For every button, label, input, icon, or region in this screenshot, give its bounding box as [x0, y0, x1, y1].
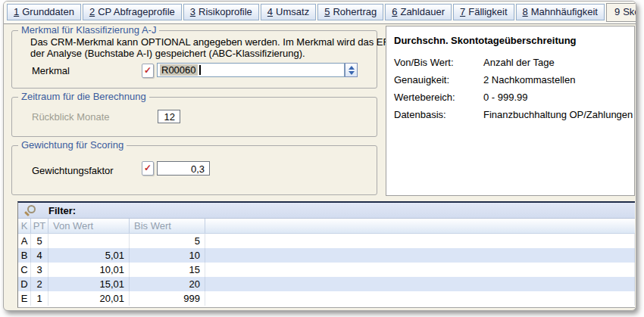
info-value: Finanzbuchhaltung OP/Zahlungen — [483, 109, 633, 120]
table-row-c[interactable]: C 3 10,01 15 — [18, 263, 635, 277]
tab-label: Zahldauer — [400, 6, 445, 17]
table-row-b[interactable]: B 4 5,01 10 — [18, 248, 635, 263]
classification-table-panel: Filter: K PT Von Wert Bis Wert A 5 5 B 4… — [17, 201, 635, 308]
tab-label: Risikoprofile — [199, 6, 252, 17]
tab-skonto[interactable]: 9Skonto — [606, 3, 636, 22]
cell-bis-wert: 15 — [130, 263, 205, 277]
cell-pt: 5 — [31, 234, 48, 248]
column-header-bis-wert[interactable]: Bis Wert — [130, 219, 205, 233]
merkmal-spinner[interactable] — [345, 63, 358, 77]
tab-faelligkeit[interactable]: 7Fälligkeit — [453, 4, 514, 20]
groupbox-title: Zeitraum für die Berechnung — [18, 91, 149, 102]
cell-k: A — [18, 234, 31, 248]
spinner-down-icon[interactable] — [349, 71, 355, 75]
info-label: Genauigkeit: — [394, 71, 483, 89]
tab-label: Fälligkeit — [468, 6, 507, 17]
tab-label: Umsatz — [276, 6, 309, 17]
info-value: 2 Nachkommastellen — [483, 74, 575, 85]
info-value: 0 - 999.99 — [483, 92, 528, 103]
cell-pt: 2 — [31, 277, 48, 291]
tab-umsatz[interactable]: 4Umsatz — [261, 4, 316, 20]
table-row-e[interactable]: E 1 20,01 999 — [18, 291, 635, 306]
cell-bis-wert: 10 — [130, 248, 205, 263]
groupbox-zeitraum-berechnung: Zeitraum für die Berechnung Rückblick Mo… — [11, 97, 377, 137]
cell-von-wert: 10,01 — [48, 263, 130, 277]
tab-label: CP Abfrageprofile — [98, 6, 175, 17]
gewichtungsfaktor-input[interactable]: 0,3 — [157, 161, 210, 176]
tab-accel: 1 — [14, 6, 19, 17]
cell-filler — [205, 277, 635, 291]
info-value: Anzahl der Tage — [483, 57, 555, 68]
merkmal-input[interactable]: R00060 — [157, 63, 345, 77]
tab-label: Mahnhäufigkeit — [531, 6, 598, 17]
required-check-icon[interactable]: ✓ — [142, 161, 154, 176]
cell-filler — [205, 234, 635, 248]
tab-label: Rohertrag — [333, 6, 377, 17]
cell-k: C — [18, 263, 31, 277]
info-panel-title: Durchschn. Skontotageüberschreitung — [394, 35, 577, 46]
filter-bar[interactable]: Filter: — [18, 203, 635, 219]
tab-accel: 2 — [89, 6, 95, 17]
tab-accel: 5 — [324, 6, 330, 17]
rueckblick-monate-input[interactable]: 12 — [158, 110, 180, 123]
info-panel-skontotage: Durchschn. Skontotageüberschreitung Von/… — [386, 26, 635, 196]
cell-filler — [205, 248, 635, 263]
cell-bis-wert: 999 — [130, 291, 205, 306]
info-row-wertebereich: Wertebereich:0 - 999.99 — [394, 89, 628, 106]
table-header-row: K PT Von Wert Bis Wert — [18, 219, 635, 234]
info-label: Wertebereich: — [394, 89, 483, 106]
cell-von-wert: 20,01 — [48, 291, 130, 306]
column-header-von-wert[interactable]: Von Wert — [48, 219, 130, 233]
merkmal-description-line1: Das CRM-Merkmal kann OPTIONAL angegeben … — [30, 36, 427, 48]
cell-k: B — [18, 248, 31, 263]
magnifier-icon[interactable] — [24, 205, 35, 216]
table-row-d[interactable]: D 2 15,01 20 — [18, 277, 635, 291]
tab-bar: 1Grunddaten 2CP Abfrageprofile 3Risikopr… — [4, 2, 636, 24]
tab-label: Grunddaten — [22, 6, 74, 17]
cell-pt: 3 — [31, 263, 48, 277]
tab-accel: 3 — [190, 6, 195, 17]
tab-grunddaten[interactable]: 1Grunddaten — [7, 4, 81, 20]
info-row-datenbasis: Datenbasis:Finanzbuchhaltung OP/Zahlunge… — [394, 106, 628, 123]
magnifier-lens — [27, 205, 36, 213]
text-cursor — [199, 65, 201, 75]
tab-mahnhaeufigkeit[interactable]: 8Mahnhäufigkeit — [516, 4, 605, 20]
tab-risikoprofile[interactable]: 3Risikoprofile — [183, 4, 259, 20]
rueckblick-monate-label: Rückblick Monate — [32, 111, 110, 123]
tab-cp-abfrageprofile[interactable]: 2CP Abfrageprofile — [83, 4, 182, 20]
cell-k: D — [18, 277, 31, 291]
app-window: 1Grunddaten 2CP Abfrageprofile 3Risikopr… — [3, 1, 636, 311]
gewichtungsfaktor-label: Gewichtungsfaktor — [32, 165, 114, 176]
cell-k: E — [18, 291, 31, 306]
column-header-k[interactable]: K — [18, 219, 31, 233]
filter-label: Filter: — [48, 205, 76, 216]
tab-accel: 9 — [614, 6, 620, 17]
cell-bis-wert: 5 — [130, 234, 205, 248]
tab-label: Skonto — [623, 6, 636, 17]
info-label: Von/Bis Wert: — [394, 54, 483, 71]
info-label: Datenbasis: — [394, 106, 483, 123]
tab-accel: 7 — [460, 6, 465, 17]
tab-rohertrag[interactable]: 5Rohertrag — [317, 4, 383, 20]
table-row-a[interactable]: A 5 5 — [18, 234, 635, 248]
cell-pt: 1 — [31, 291, 48, 306]
cell-pt: 4 — [31, 248, 48, 263]
column-header-filler — [205, 219, 635, 233]
info-panel-rows: Von/Bis Wert:Anzahl der Tage Genauigkeit… — [394, 54, 628, 123]
groupbox-merkmal-klassifizierung: Merkmal für Klassifizierung A-J Das CRM-… — [11, 30, 377, 89]
cell-von-wert: 5,01 — [48, 248, 130, 263]
groupbox-title: Merkmal für Klassifizierung A-J — [18, 24, 159, 36]
spinner-up-icon[interactable] — [349, 66, 355, 70]
merkmal-field-label: Merkmal — [32, 65, 70, 76]
column-header-pt[interactable]: PT — [31, 219, 48, 233]
tab-zahldauer[interactable]: 6Zahldauer — [385, 4, 452, 20]
merkmal-input-selected-value: R00060 — [160, 64, 198, 76]
tab-accel: 6 — [392, 6, 397, 17]
tab-accel: 8 — [523, 6, 528, 17]
cell-filler — [205, 291, 635, 306]
required-check-icon[interactable]: ✓ — [142, 64, 154, 78]
merkmal-description-line2: der Analyse (Buchstabe A-I) gespeichert … — [30, 48, 305, 59]
groupbox-title: Gewichtung für Scoring — [18, 139, 127, 151]
info-row-von-bis-wert: Von/Bis Wert:Anzahl der Tage — [394, 54, 628, 71]
cell-von-wert — [48, 234, 130, 248]
